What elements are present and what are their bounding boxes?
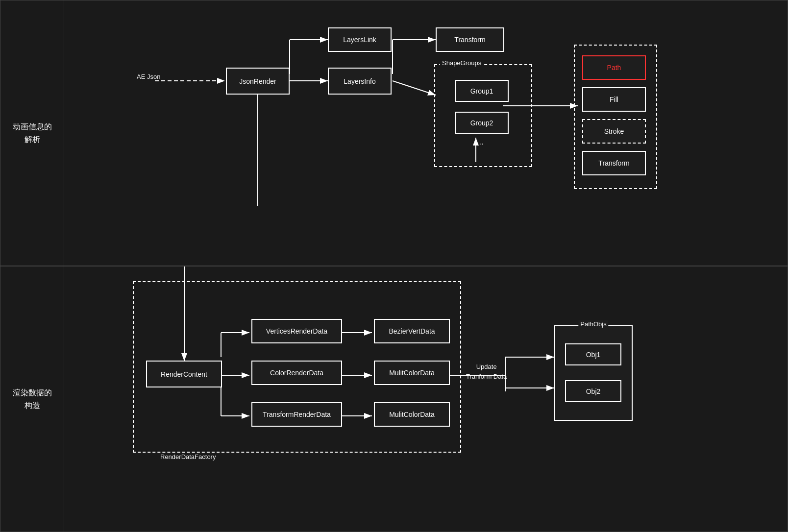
obj1-label: Obj1: [586, 351, 601, 359]
vertices-render-data-label: VerticesRenderData: [266, 327, 327, 335]
group1-node: Group1: [455, 80, 509, 102]
svg-line-8: [393, 81, 436, 95]
top-section-content: AE Json JsonRender LayersLink LayersInfo…: [64, 0, 788, 266]
transform2-label: Transform: [598, 159, 629, 167]
render-data-factory-container: RenderDataFactory RenderContent Vertices…: [133, 281, 461, 453]
stroke-node: Stroke: [582, 119, 646, 144]
ellipsis: ...: [477, 138, 483, 146]
path-objs-label: PathObjs: [578, 320, 608, 328]
json-render-node: JsonRender: [226, 68, 290, 95]
obj2-label: Obj2: [586, 387, 601, 395]
group2-label: Group2: [470, 119, 493, 127]
render-content-label: RenderContent: [161, 370, 207, 378]
render-data-factory-label: RenderDataFactory: [158, 453, 218, 460]
mulit-color-data1-label: MulitColorData: [389, 369, 435, 377]
bottom-section-content: RenderDataFactory RenderContent Vertices…: [64, 266, 788, 532]
main-container: 动画信息的 解析: [0, 0, 788, 532]
color-render-data-label: ColorRenderData: [270, 369, 323, 377]
bezier-vert-data-node: BezierVertData: [374, 319, 450, 343]
path-objs-container: PathObjs Obj1 Obj2: [554, 325, 633, 421]
path-node: Path: [582, 55, 646, 80]
layers-link-node: LayersLink: [328, 27, 392, 52]
bottom-section: 渲染数据的 构造: [0, 266, 788, 532]
ae-json-label: AE Json: [137, 73, 160, 80]
top-section: 动画信息的 解析: [0, 0, 788, 266]
transform-render-data-label: TransformRenderData: [263, 411, 331, 418]
transform-label: Transform: [454, 36, 485, 44]
json-render-label: JsonRender: [239, 77, 276, 85]
layers-info-label: LayersInfo: [344, 77, 375, 85]
mulit-color-data2-node: MulitColorData: [374, 402, 450, 427]
group1-label: Group1: [470, 87, 493, 95]
obj2-node: Obj2: [565, 380, 621, 402]
transform-node: Transform: [436, 27, 504, 52]
layers-link-label: LayersLink: [343, 36, 376, 44]
shape-groups-label: ShapeGroups: [440, 59, 483, 67]
group2-node: Group2: [455, 112, 509, 134]
fill-label: Fill: [610, 96, 618, 103]
path-label: Path: [607, 64, 621, 72]
mulit-color-data2-label: MulitColorData: [389, 411, 435, 418]
color-render-data-node: ColorRenderData: [251, 361, 342, 385]
fill-node: Fill: [582, 87, 646, 112]
stroke-label: Stroke: [604, 127, 624, 135]
render-content-node: RenderContent: [146, 361, 222, 387]
layers-info-node: LayersInfo: [328, 68, 392, 95]
shape-groups-container: ShapeGroups Group1 Group2 ...: [434, 64, 532, 167]
top-arrows-svg: [64, 0, 788, 266]
vertices-render-data-node: VerticesRenderData: [251, 319, 342, 343]
mulit-color-data1-node: MulitColorData: [374, 361, 450, 385]
obj1-node: Obj1: [565, 343, 621, 365]
bezier-vert-data-label: BezierVertData: [389, 327, 435, 335]
bottom-section-label: 渲染数据的 构造: [0, 266, 64, 532]
right-group-container: Path Fill Stroke Transform: [574, 45, 657, 189]
transform2-node: Transform: [582, 151, 646, 175]
update-transform-label: Update Tranform Data: [466, 362, 507, 381]
transform-render-data-node: TransformRenderData: [251, 402, 342, 427]
top-section-label: 动画信息的 解析: [0, 0, 64, 266]
